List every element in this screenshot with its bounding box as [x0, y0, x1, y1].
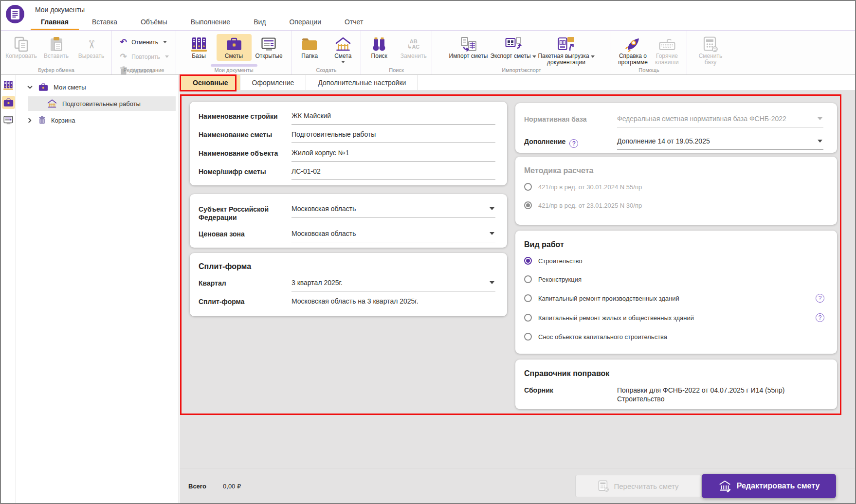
strip-open-documents-button[interactable]	[2, 113, 15, 126]
undo-icon: ↶	[119, 37, 128, 47]
tree-item-estimate[interactable]: Подготовительные работы	[28, 96, 176, 111]
tree-item-recycle-bin[interactable]: Корзина	[16, 113, 179, 127]
price-zone-select[interactable]: Московская область	[291, 230, 495, 242]
rocket-icon	[625, 36, 641, 53]
sidebar: Мои сметы Подготовительные работы Корзин…	[1, 75, 179, 503]
open-documents-button[interactable]: Открытые	[252, 34, 287, 61]
help-icon[interactable]: ?	[816, 313, 824, 322]
corrections-title: Справочник поправок	[515, 369, 837, 378]
estimates-tree: Мои сметы Подготовительные работы Корзин…	[16, 80, 179, 127]
radio-reconstruction[interactable]: Реконструкция	[515, 275, 837, 283]
object-name-input[interactable]: Жилой корпус №1	[291, 149, 495, 162]
paste-button[interactable]: Вставить	[39, 34, 74, 61]
replace-icon: AB↳AC	[407, 36, 419, 53]
tab-main-settings[interactable]: Основные	[181, 75, 240, 90]
opened-window-icon	[261, 36, 277, 53]
undo-button[interactable]: ↶ Отменить	[119, 37, 169, 47]
ribbon-group-clipboard: Копировать Вставить ✂ Вырезать Буфер обм…	[1, 31, 112, 74]
ribbon-group-search: Поиск AB↳AC Заменить Поиск	[361, 31, 432, 74]
help-icon[interactable]: ?	[816, 294, 824, 303]
strip-bases-button[interactable]	[2, 78, 15, 91]
card-normative-base: Нормативная база Федеральная сметная нор…	[515, 103, 837, 153]
hotkeys-button[interactable]: Горячие клавиши	[651, 34, 683, 67]
chevron-right-icon[interactable]	[26, 118, 33, 123]
ribbon-tab-insert[interactable]: Вставка	[92, 16, 117, 28]
chevron-down-icon	[591, 55, 595, 58]
chevron-down-icon[interactable]	[341, 61, 345, 63]
ribbon-tab-main[interactable]: Главная	[41, 16, 69, 28]
ribbon-tab-execution[interactable]: Выполнение	[191, 16, 230, 28]
supplement-select[interactable]: Дополнение 14 от 19.05.2025	[617, 137, 823, 150]
group-label-search: Поиск	[361, 67, 432, 73]
bases-button[interactable]: Базы	[182, 34, 217, 61]
split-form-value: Московская область на 3 квартал 2025г.	[291, 297, 495, 309]
chevron-down-icon[interactable]	[26, 86, 33, 89]
radio-construction[interactable]: Строительство	[515, 257, 837, 265]
total-label: Всего	[188, 483, 206, 490]
ribbon-tab-volumes[interactable]: Объёмы	[141, 16, 167, 28]
ribbon-tab-report[interactable]: Отчет	[345, 16, 363, 28]
app-window: Мои документы Главная Вставка Объёмы Вып…	[0, 0, 856, 504]
document-type-strip	[1, 75, 16, 503]
help-icon[interactable]: ?	[569, 139, 578, 148]
tree-item-my-estimates[interactable]: Мои сметы	[16, 80, 179, 94]
card-split-form: Сплит-форма Квартал 3 квартал 2025г. Спл…	[190, 253, 507, 316]
radio-demolition[interactable]: Снос объектов капитального строительства	[515, 333, 837, 341]
method-title: Методика расчета	[515, 166, 837, 175]
radio-method-2025: 421/пр в ред. от 23.01.2025 N 30/пр	[515, 201, 837, 209]
radio-button[interactable]	[524, 333, 532, 341]
tab-additional-settings[interactable]: Дополнительные настройки	[306, 75, 418, 90]
change-base-button[interactable]: Сменить базу	[693, 34, 728, 67]
ribbon-tab-operations[interactable]: Операции	[289, 16, 321, 28]
import-estimate-button[interactable]: Импорт сметы	[448, 34, 490, 61]
copy-button[interactable]: Копировать	[4, 34, 39, 61]
card-corrections: Справочник поправок Сборник Поправки для…	[515, 360, 837, 409]
normative-base-select: Федеральная сметная нормативная база ФСН…	[617, 115, 823, 127]
search-button[interactable]: Поиск	[362, 34, 397, 61]
redo-button[interactable]: ↷ Повторить	[119, 52, 169, 62]
chevron-down-icon[interactable]	[163, 41, 167, 43]
radio-button[interactable]	[524, 314, 532, 322]
radio-button[interactable]	[524, 294, 532, 302]
keyboard-icon	[659, 36, 675, 53]
radio-button	[524, 201, 532, 209]
chevron-down-icon	[165, 55, 169, 58]
radio-button[interactable]	[524, 275, 532, 283]
estimates-button[interactable]: Сметы	[217, 34, 252, 61]
ribbon-tab-view[interactable]: Вид	[254, 16, 266, 28]
paste-icon	[50, 36, 63, 53]
card-work-type: Вид работ Строительство Реконструкция Ка…	[515, 231, 837, 354]
quarter-select[interactable]: 3 квартал 2025г.	[291, 279, 495, 291]
opened-window-icon	[3, 116, 14, 125]
titlebar: Мои документы Главная Вставка Объёмы Вып…	[1, 1, 855, 30]
batch-export-button[interactable]: Пакетная выгрузкадокументации	[537, 34, 596, 67]
estimate-number-input[interactable]: ЛС-01-02	[291, 167, 495, 180]
estimate-name-input[interactable]: Подготовительные работы	[291, 130, 495, 143]
create-estimate-button[interactable]: Смета	[327, 34, 360, 65]
about-button[interactable]: Справка о программе	[615, 34, 651, 67]
field-construction-name: Наименование стройки ЖК Майский	[190, 112, 507, 125]
radio-button[interactable]	[524, 257, 532, 265]
field-price-zone: Ценовая зона Московская область	[190, 230, 507, 242]
redo-icon: ↷	[119, 52, 128, 62]
radio-residential-repair[interactable]: Капитальный ремонт жилых и общественных …	[515, 313, 837, 322]
split-form-title: Сплит-форма	[190, 262, 507, 271]
tab-appearance[interactable]: Оформление	[240, 75, 306, 90]
replace-button[interactable]: AB↳AC Заменить	[397, 34, 431, 61]
edit-estimate-button[interactable]: Редактировать смету	[702, 474, 836, 498]
create-folder-button[interactable]: Папка	[293, 34, 327, 61]
house-icon	[47, 99, 57, 108]
recalculate-estimate-button[interactable]: Пересчитать смету	[575, 475, 702, 497]
corrections-collection-value: Поправки для ФСНБ-2022 от 04.07.2025 г И…	[617, 386, 825, 403]
export-estimate-button[interactable]: Экспорт сметы	[490, 34, 537, 61]
strip-estimates-button[interactable]	[2, 96, 15, 109]
cut-button[interactable]: ✂ Вырезать	[74, 34, 109, 61]
window-title: Мои документы	[35, 6, 85, 14]
group-label-editing: Редактирование	[112, 67, 176, 73]
construction-name-input[interactable]: ЖК Майский	[291, 112, 495, 125]
federal-subject-select[interactable]: Московская область	[291, 205, 495, 217]
briefcase-icon	[3, 98, 14, 107]
bases-icon	[191, 36, 207, 53]
radio-industrial-repair[interactable]: Капитальный ремонт производственных здан…	[515, 294, 837, 303]
group-label-documents: Мои документы	[176, 67, 291, 73]
